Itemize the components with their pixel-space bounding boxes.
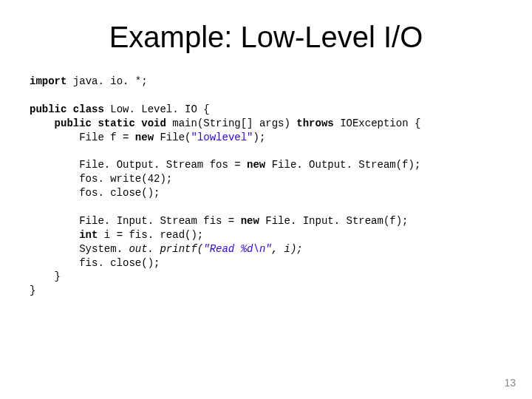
t: Low. Level. IO { bbox=[104, 103, 210, 115]
t: fos. close(); bbox=[30, 187, 160, 199]
string-literal: "Read %d\n" bbox=[203, 243, 271, 255]
t bbox=[30, 243, 79, 255]
kw-throws: throws bbox=[296, 117, 333, 129]
t: File f = bbox=[79, 132, 135, 143]
page-number: 13 bbox=[504, 377, 516, 389]
t: main(String[] args) bbox=[166, 117, 296, 129]
t: File( bbox=[154, 132, 191, 143]
t: File. Output. Stream(f); bbox=[265, 159, 420, 171]
t bbox=[30, 215, 79, 227]
t: } bbox=[30, 270, 61, 282]
kw-static: static bbox=[98, 117, 134, 129]
t: IOException { bbox=[334, 117, 421, 129]
kw-class: class bbox=[73, 103, 104, 115]
t: java. io. *; bbox=[66, 75, 147, 87]
code-block: import java. io. *; public class Low. Le… bbox=[30, 75, 502, 298]
string-literal: "lowlevel" bbox=[191, 132, 253, 143]
t: } bbox=[30, 284, 35, 296]
t: fis. close(); bbox=[30, 257, 160, 269]
kw-import: import bbox=[30, 75, 66, 87]
kw-new: new bbox=[241, 215, 259, 227]
kw-int: int bbox=[79, 229, 98, 241]
italic: out. printf( bbox=[129, 243, 203, 255]
t: System. bbox=[79, 243, 129, 255]
t bbox=[66, 103, 72, 115]
kw-public: public bbox=[55, 117, 92, 129]
t: File. Output. Stream fos = bbox=[79, 159, 247, 171]
t bbox=[30, 229, 79, 241]
kw-new: new bbox=[135, 132, 154, 143]
kw-public: public bbox=[30, 103, 66, 115]
slide-title: Example: Low-Level I/O bbox=[30, 21, 502, 54]
t: ); bbox=[253, 132, 266, 143]
kw-void: void bbox=[141, 117, 166, 129]
t: fos. write(42); bbox=[30, 173, 172, 185]
t bbox=[135, 117, 141, 129]
t bbox=[30, 117, 55, 129]
t: File. Input. Stream(f); bbox=[259, 215, 409, 227]
t: File. Input. Stream fis = bbox=[79, 215, 240, 227]
t bbox=[30, 132, 79, 143]
italic: , i); bbox=[272, 243, 303, 255]
t bbox=[30, 159, 79, 171]
t: i = fis. read(); bbox=[98, 229, 203, 241]
kw-new: new bbox=[247, 159, 265, 171]
slide: Example: Low-Level I/O import java. io. … bbox=[0, 0, 532, 399]
